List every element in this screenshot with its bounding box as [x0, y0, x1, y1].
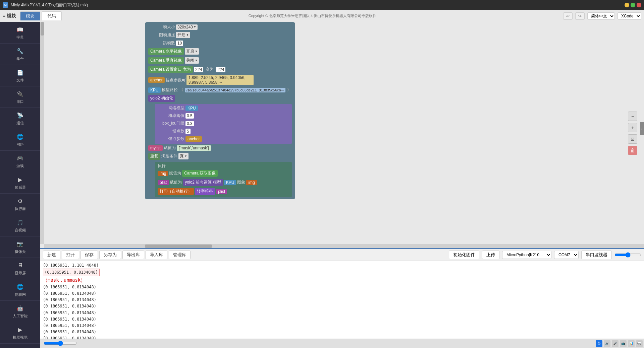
taskbar-slider[interactable] [44, 341, 77, 346]
model-path-arrow-right: 》 [287, 87, 291, 93]
yolo2-params-block: 网络模型 KPU 概率阈值 0.5 box_iou门限 [155, 104, 292, 144]
tab-blocks[interactable]: 模块 [20, 11, 40, 20]
plist-assign-text: 赋值为 [170, 180, 182, 185]
sidebar-item-chuankou[interactable]: 🔌 串口 [0, 86, 40, 108]
camera-label-hmirror: Camera 水平镜像 [148, 48, 184, 55]
baud-slider[interactable] [614, 252, 641, 258]
anchor-param-field[interactable]: anchor [185, 136, 202, 142]
height-label: 高为 [206, 67, 214, 72]
zoom-in-button[interactable]: + [628, 123, 637, 132]
anchor-count-field[interactable]: 5 [185, 129, 191, 134]
sidebar-item-shexiangtou[interactable]: 📷 摄像头 [0, 236, 40, 258]
blocks-workspace: 帧大小 320x240 图帧捕捉 开启 跳帧数 10 [44, 22, 644, 244]
taskbar-volume-icon[interactable]: 🔊 [604, 340, 610, 347]
sidebar-item-rengongzhineng[interactable]: 🤖 人工智能 [0, 301, 40, 322]
zoom-fit-button[interactable]: ⊡ [628, 134, 637, 144]
box-iou-field[interactable]: 0.3 [185, 121, 194, 126]
open-button[interactable]: 打开 [62, 251, 79, 259]
block-frame-size: 帧大小 320x240 图帧捕捉 开启 跳帧数 10 [145, 22, 295, 199]
hmirror-field[interactable]: 开启 [185, 48, 199, 55]
delete-button[interactable]: 🗑 [628, 146, 637, 155]
v-scrollbar-track[interactable] [40, 22, 44, 244]
console-line-6: (0.1865951, 0.8134048) [43, 316, 641, 323]
undo-button[interactable]: ↩ [563, 12, 573, 20]
camera-height-field[interactable]: 224 [216, 67, 225, 72]
threshold-label: 概率阈值 [158, 113, 184, 119]
mylist-value-field[interactable]: ['mask','unmask'] [177, 145, 211, 151]
sidebar-item-jiqishijue[interactable]: ▶ 机器视觉 [0, 322, 40, 344]
slider-control [614, 252, 641, 258]
frame-size-field[interactable]: 320x240 [176, 24, 198, 30]
kpu-row: KPU 模型路径 《 /sd/1e8d844abf25137484e297b5c… [148, 87, 292, 93]
framerate-field[interactable]: 10 [176, 41, 183, 46]
taskbar-scroll [42, 340, 79, 347]
sidebar-item-youxi[interactable]: 🎮 游戏 [0, 151, 40, 172]
sidebar-item-zidian[interactable]: 📖 字典 [0, 22, 40, 44]
camera-block-outer: 帧大小 320x240 图帧捕捉 开启 跳帧数 10 [145, 22, 295, 199]
repeat-value-field[interactable]: 真 [178, 153, 189, 159]
box-iou-row: box_iou门限 0.3 [158, 121, 289, 126]
main-content: 帧大小 320x240 图帧捕捉 开启 跳帧数 10 [40, 22, 644, 348]
sidebar-item-tongxin[interactable]: 📡 通信 [0, 108, 40, 129]
port-select[interactable]: COM7 [554, 251, 579, 259]
sidebar-item-wulianwang[interactable]: 🌐 物联网 [0, 279, 40, 301]
manage-button[interactable]: 管理库 [169, 251, 191, 259]
init-firmware-button[interactable]: 初始化固件 [449, 251, 479, 259]
monitor-button[interactable]: 串口监视器 [581, 251, 612, 259]
img-assign-text: 赋值为 [169, 170, 181, 176]
close-button[interactable] [637, 3, 641, 7]
tab-code[interactable]: 代码 [42, 11, 62, 20]
capture-field[interactable]: 开启 [176, 32, 190, 38]
anchor-row: anchor 锚点参数=( 1.889, 2.5245, 2.9465, 3.9… [148, 75, 292, 85]
vmirror-row: Camera 垂直镜像 关闭 [148, 57, 292, 64]
console-line-red: （mask，unmask） [43, 276, 641, 284]
save-button[interactable]: 保存 [80, 251, 98, 259]
taskbar-chart-icon[interactable]: 📊 [628, 340, 635, 347]
editor-select[interactable]: XCode [618, 12, 641, 20]
sidebar-item-wangluo[interactable]: 🌐 网络 [0, 129, 40, 151]
minimize-button[interactable] [625, 3, 629, 7]
canvas-scroll-area[interactable]: 帧大小 320x240 图帧捕捉 开启 跳帧数 10 [44, 22, 644, 244]
kpu-val-block: KPU [224, 180, 236, 185]
taskbar-chat-icon[interactable]: 💬 [636, 340, 643, 347]
taskbar-lang-icon[interactable]: 英 [596, 340, 602, 347]
sidebar-item-bianliang[interactable]: ⚡ 变量 [0, 344, 40, 348]
anchor-label-text: 锚点参数=( [166, 77, 185, 83]
taskbar-mic-icon[interactable]: 🎤 [612, 340, 619, 347]
sidebar-item-chuanganqi[interactable]: ▶ 传感器 [0, 172, 40, 194]
mylist-block: mylist [148, 145, 163, 151]
sidebar-item-zhixingqi[interactable]: ⚙ 执行器 [0, 194, 40, 215]
sidebar-item-xianshiping[interactable]: 🖥 显示屏 [0, 258, 40, 279]
h-scrollbar-track[interactable] [44, 244, 644, 248]
main-toolbar: ≡ 模块 模块 代码 Copyright © 北京师范大学米思齐团队 4 佛山市… [0, 10, 644, 22]
save-as-button[interactable]: 另存为 [99, 251, 121, 259]
taskbar-screen-icon[interactable]: 📺 [620, 340, 627, 347]
console-output[interactable]: (0.1865951, 1.181 4048) (0.1865951, 0.81… [40, 261, 644, 339]
console-line-7: (0.1865951, 0.8134048) [43, 323, 641, 329]
vmirror-field[interactable]: 关闭 [185, 57, 199, 64]
sidebar-item-wenjian[interactable]: 📄 文件 [0, 65, 40, 86]
console-line-8: (0.1865951, 0.8134048) [43, 329, 641, 335]
maximize-button[interactable] [631, 3, 635, 7]
canvas-area[interactable]: 帧大小 320x240 图帧捕捉 开启 跳帧数 10 [40, 22, 644, 248]
redo-button[interactable]: ↪ [575, 12, 585, 20]
micropython-select[interactable]: MicroPython[K210... [502, 251, 551, 259]
box-iou-label: box_iou门限 [158, 121, 184, 126]
sidebar-item-jiahe[interactable]: 🔧 集合 [0, 44, 40, 65]
zoom-out-button[interactable]: − [628, 112, 637, 121]
network-model-row: 网络模型 KPU [158, 105, 289, 111]
language-select[interactable]: 简体中文 [587, 12, 615, 20]
new-button[interactable]: 新建 [43, 251, 60, 259]
network-model-field[interactable]: KPU [185, 106, 198, 111]
sidebar-item-yinshipin[interactable]: 🎵 音视频 [0, 215, 40, 236]
sidebar-label-chuankou: 串口 [16, 99, 24, 104]
anchor-count-row: 锚点数 5 [158, 128, 289, 134]
camera-width-field[interactable]: 224 [194, 67, 203, 72]
execute-block: 执行 img 赋值为 Camera 获取图像 pl [155, 162, 292, 197]
model-path-field[interactable]: /sd/1e8d844abf25137484e297b5c83de211_813… [185, 88, 285, 92]
export-button[interactable]: 导出库 [122, 251, 144, 259]
collapse-handle[interactable]: › [640, 122, 644, 135]
import-button[interactable]: 导入库 [146, 251, 167, 259]
upload-button[interactable]: 上传 [482, 251, 499, 259]
threshold-field[interactable]: 0.5 [185, 113, 194, 119]
